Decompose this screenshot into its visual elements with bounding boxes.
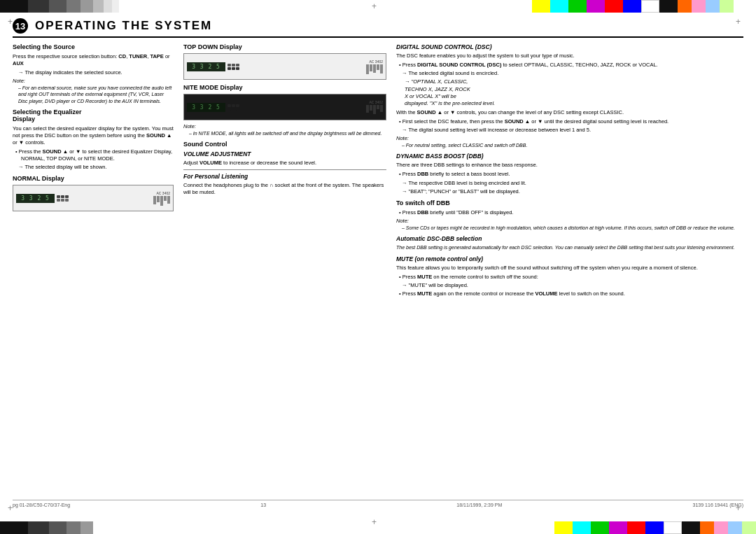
color-swatch [720,0,734,13]
footer: pg 01-28/C50-C70/37-Eng 13 18/11/1999, 2… [13,500,743,507]
color-swatch [678,0,692,13]
dsc-title: DIGITAL SOUND CONTROL (DSC) [396,43,743,50]
nite-note-label: Note: [183,123,386,129]
equalizer-arrow1: The selected display will be shown. [18,164,174,171]
top-down-label: TOP DOWN Display [183,43,386,50]
color-swatch [641,0,659,13]
color-swatch [28,0,49,13]
color-swatch [554,521,573,534]
mute-title: MUTE (on remote control only) [396,255,743,262]
dbb-section: DYNAMIC BASS BOOST (DBB) There are three… [396,153,743,195]
dbb-arrow1: The respective DBB level is being encirc… [402,180,743,187]
footer-page-num: 13 [260,503,266,507]
for-personal-label: For Personal Listening [183,173,386,180]
mute-arrow1: "MUTE" will be displayed. [402,282,743,289]
color-swatch [0,0,28,13]
color-swatch [714,521,728,534]
left-column: Selecting the Source Press the respectiv… [13,43,174,514]
nite-mode-section: NITE MODE Display 3 3 2 5 [183,84,386,136]
equalizer-para1: You can select the desired equalizer dis… [13,125,174,146]
color-swatch [49,0,66,13]
nite-note-text: – In NITE MODE, all lights will be switc… [189,130,386,136]
color-swatch [112,0,119,13]
dsc-quoted: → "OPTIMAL X, CLASSIC,TECHNO X, JAZZ X, … [405,78,743,107]
note-text-1: – For an external source, make sure you … [18,85,174,104]
color-swatch [706,0,720,13]
digital-sound-arrow: The digital sound setting level will inc… [402,127,743,134]
first-select-bullet: First select the DSC feature, then press… [399,118,743,125]
selecting-equalizer-title: Selecting the EqualizerDisplay [13,108,174,122]
source-arrow1: The display indicates the selected sourc… [18,69,174,76]
color-swatch [532,0,550,13]
color-swatch [66,521,80,534]
for-personal-para: Connect the headphones plug to the ∩ soc… [183,182,386,196]
source-para1: Press the respective source selection bu… [13,53,174,67]
auto-dsc-section: Automatic DSC-DBB selection The best DBB… [396,235,743,251]
mute-para: This feature allows you to temporarily s… [396,265,743,272]
footer-right: 3139 116 19441 (ENG) [693,503,743,507]
selecting-equalizer-section: Selecting the EqualizerDisplay You can s… [13,108,174,171]
mute-bullet1: Press MUTE on the remote control to swit… [399,274,743,281]
selecting-source-section: Selecting the Source Press the respectiv… [13,43,174,104]
color-swatch [568,0,587,13]
color-swatch [645,521,664,534]
chapter-number: 13 [13,18,28,34]
dsc-bullet1: Press DIGITAL SOUND CONTROL (DSC) to sel… [399,62,743,69]
color-swatch [682,521,700,534]
selecting-source-title: Selecting the Source [13,43,174,50]
normal-display-image: 3 3 2 5 [13,185,174,211]
color-swatch [587,0,605,13]
color-swatch [627,521,645,534]
auto-dsc-para: The best DBB setting is generated automa… [396,244,743,251]
dsc-note-label: Note: [396,135,743,141]
switch-off-bullet: Press DBB briefly until "DBB OFF" is dis… [399,209,743,216]
normal-display-label: NORMAL Display [13,175,174,182]
color-swatch [623,0,641,13]
chapter-title: OPERATING THE SYSTEM [35,19,212,33]
mute-section: MUTE (on remote control only) This featu… [396,255,743,298]
color-swatch [66,0,80,13]
color-swatch [80,0,93,13]
main-content: 13 OPERATING THE SYSTEM Selecting the So… [0,13,756,521]
volume-para: Adjust VOLUME to increase or decrease th… [183,160,386,167]
nite-mode-display-image: 3 3 2 5 [183,94,386,120]
color-swatch [104,0,112,13]
dsc-section: DIGITAL SOUND CONTROL (DSC) The DSC feat… [396,43,743,148]
color-swatch [659,0,678,13]
color-swatch [80,521,93,534]
chapter-header: 13 OPERATING THE SYSTEM [13,18,743,38]
auto-dsc-title: Automatic DSC-DBB selection [396,235,743,242]
switch-off-dbb-section: To switch off DBB Press DBB briefly unti… [396,199,743,231]
dsc-note-text: – For neutral setting, select CLASSIC an… [402,142,743,148]
switch-note-text: – Some CDs or tapes might be recorded in… [402,225,743,231]
color-swatch [692,0,706,13]
sound-control-section: Sound Control VOLUME ADJUSTMENT Adjust V… [183,141,386,196]
mute-bullet2: Press MUTE again on the remote control o… [399,290,743,297]
switch-note-label: Note: [396,218,743,224]
color-swatch [605,0,623,13]
color-swatch [49,521,66,534]
middle-column: TOP DOWN Display 3 3 2 5 [183,43,386,514]
dbb-bullet1: Press DBB briefly to select a bass boost… [399,171,743,178]
sound-control-title: Sound Control [183,141,386,148]
right-column: DIGITAL SOUND CONTROL (DSC) The DSC feat… [396,43,743,514]
dsc-arrow1: The selected digital sound is encircled. [402,70,743,77]
color-swatch [700,521,714,534]
divider-1 [183,169,386,170]
color-swatch [664,521,682,534]
color-swatch [591,521,609,534]
dbb-arrow2: "BEAT"; "PUNCH" or "BLAST" will be displ… [402,188,743,195]
top-down-display-image: 3 3 2 5 [183,53,386,80]
color-swatch [609,521,627,534]
note-label-1: Note: [13,78,174,84]
columns-container: Selecting the Source Press the respectiv… [13,43,743,514]
footer-left: pg 01-28/C50-C70/37-Eng [13,503,70,507]
color-swatch [728,521,742,534]
dsc-para1: The DSC feature enables you to adjust th… [396,52,743,59]
color-swatch [550,0,568,13]
color-swatch [93,0,104,13]
footer-center: 18/11/1999, 2:39 PM [456,503,502,507]
normal-display-section: NORMAL Display 3 3 2 5 [13,175,174,211]
switch-off-title: To switch off DBB [396,199,743,206]
with-sound-para: With the SOUND ▲ or ▼ controls, you can … [396,109,743,116]
